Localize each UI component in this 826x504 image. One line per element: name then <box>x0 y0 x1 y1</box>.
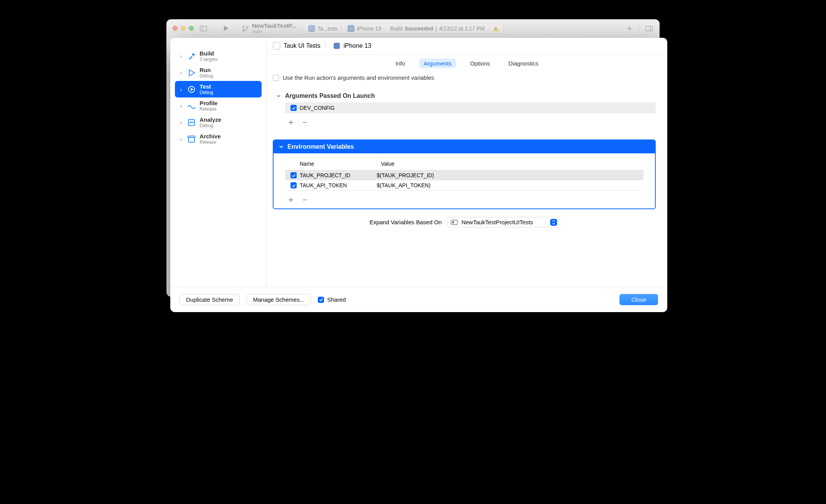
svg-rect-16 <box>188 136 195 138</box>
add-argument-button[interactable]: ＋ <box>287 118 295 126</box>
sidebar-item-run[interactable]: › Run Debug <box>175 64 262 81</box>
tab-diagnostics[interactable]: Diagnostics <box>504 59 543 68</box>
branch-icon <box>242 25 249 32</box>
chevron-down-icon <box>276 94 281 98</box>
svg-rect-17 <box>273 42 280 49</box>
device-icon <box>333 42 341 50</box>
hammer-icon <box>187 52 196 60</box>
up-down-chevron-icon <box>550 219 557 226</box>
add-button[interactable] <box>624 23 635 34</box>
tab-info[interactable]: Info <box>391 59 410 68</box>
tabs: Info Arguments Options Diagnostics <box>267 55 667 74</box>
chevron-right-icon: 〉 <box>340 25 345 32</box>
expand-vars-label: Expand Variables Based On <box>369 219 442 225</box>
svg-rect-7 <box>495 27 496 29</box>
crumb-device: iPhone 13 <box>344 42 371 49</box>
expand-target-value: NewTaukTestProjectUITests <box>462 219 533 225</box>
env-col-value: Value <box>381 161 641 167</box>
sidebar-item-label: Archive <box>200 133 221 139</box>
sidebar-toggle-button[interactable] <box>198 23 209 34</box>
disclosure-chevron-icon: › <box>179 119 183 126</box>
warning-icon[interactable] <box>492 25 499 32</box>
scheme-status-chip[interactable]: ⬚ Ta...ests 〉 ⌂ iPhone 13 Build Succeede… <box>304 24 504 34</box>
argument-enable-checkbox[interactable] <box>290 105 297 111</box>
sidebar-item-sub: 3 targets <box>200 57 218 62</box>
manage-schemes-button[interactable]: Manage Schemes... <box>247 294 311 305</box>
scheme-short-name: Ta...ests <box>317 25 337 32</box>
branch-name: main <box>252 29 296 34</box>
remove-env-button[interactable]: － <box>301 195 309 204</box>
use-run-args-label: Use the Run action's arguments and envir… <box>283 74 434 81</box>
section-env-label: Environment Variables <box>287 143 354 150</box>
project-title: NewTaukTestP... main <box>238 21 300 35</box>
sidebar-item-label: Run <box>200 67 213 73</box>
library-toggle-button[interactable] <box>643 23 655 34</box>
env-enable-checkbox[interactable] <box>290 172 297 178</box>
svg-rect-20 <box>452 221 454 223</box>
run-button[interactable] <box>217 23 234 34</box>
sidebar-item-sub: Debug <box>200 90 213 95</box>
use-run-args-checkbox[interactable] <box>273 75 279 81</box>
breadcrumb[interactable]: Tauk UI Tests 〉 iPhone 13 <box>267 38 667 55</box>
svg-rect-8 <box>495 30 496 30</box>
add-env-button[interactable]: ＋ <box>287 195 295 204</box>
sidebar-item-profile[interactable]: › Profile Release <box>175 97 262 114</box>
environment-variables-section: Environment Variables Name Value <box>273 139 656 209</box>
sidebar-item-analyze[interactable]: › Analyze Debug <box>175 114 262 131</box>
sidebar-item-sub: Release <box>200 139 221 145</box>
tab-arguments[interactable]: Arguments <box>419 59 457 68</box>
argument-value: DEV_CONFIG <box>300 105 653 111</box>
section-arguments-label: Arguments Passed On Launch <box>285 92 375 99</box>
sidebar-item-label: Test <box>200 83 213 90</box>
sidebar-item-label: Build <box>200 50 218 57</box>
target-icon <box>451 220 458 225</box>
minimize-window-button[interactable] <box>181 26 186 31</box>
svg-rect-18 <box>334 43 340 49</box>
svg-marker-11 <box>189 70 195 76</box>
remove-argument-button[interactable]: － <box>301 118 309 126</box>
env-enable-checkbox[interactable] <box>290 182 297 188</box>
table-row[interactable]: TAUK_API_TOKEN $(TAUK_API_TOKEN) <box>285 180 643 190</box>
svg-rect-0 <box>200 26 207 31</box>
section-arguments-header[interactable]: Arguments Passed On Launch <box>273 90 656 102</box>
svg-point-4 <box>243 29 244 31</box>
expand-target-select[interactable]: NewTaukTestProjectUITests <box>447 217 559 227</box>
shared-checkbox[interactable] <box>318 297 324 303</box>
device-icon: ⌂ <box>348 25 354 32</box>
svg-marker-2 <box>224 26 228 31</box>
shared-label: Shared <box>327 296 346 303</box>
zoom-window-button[interactable] <box>189 26 194 31</box>
sidebar-item-test[interactable]: › Test Debug <box>175 81 262 97</box>
table-row[interactable]: DEV_CONFIG <box>285 103 656 113</box>
env-name: TAUK_PROJECT_ID <box>300 172 377 178</box>
sidebar-item-sub: Debug <box>200 123 222 128</box>
titlebar: NewTaukTestP... main ⬚ Ta...ests 〉 ⌂ iPh… <box>166 19 660 38</box>
env-col-name: Name <box>300 161 377 167</box>
env-name: TAUK_API_TOKEN <box>300 182 377 188</box>
disclosure-chevron-icon: › <box>179 86 183 92</box>
scheme-sidebar: › Build 3 targets › Run <box>170 38 267 287</box>
sidebar-item-archive[interactable]: › Archive Release <box>175 131 262 147</box>
disclosure-chevron-icon: › <box>179 136 183 142</box>
chevron-right-icon: 〉 <box>324 42 330 50</box>
device-name: iPhone 13 <box>357 25 381 32</box>
wrench-icon <box>187 85 196 94</box>
arguments-table: DEV_CONFIG <box>285 102 656 113</box>
scheme-editor-sheet: › Build 3 targets › Run <box>170 38 667 312</box>
svg-rect-15 <box>188 138 195 142</box>
close-button[interactable]: Close <box>620 294 658 305</box>
crumb-scheme: Tauk UI Tests <box>284 42 321 49</box>
duplicate-scheme-button[interactable]: Duplicate Scheme <box>180 294 240 305</box>
sidebar-item-build[interactable]: › Build 3 targets <box>175 48 262 64</box>
disclosure-chevron-icon: › <box>179 102 183 109</box>
svg-point-3 <box>243 25 244 27</box>
tab-options[interactable]: Options <box>465 59 495 68</box>
sheet-footer: Duplicate Scheme Manage Schemes... Share… <box>170 287 667 312</box>
disclosure-chevron-icon: › <box>179 53 183 59</box>
env-value: $(TAUK_PROJECT_ID) <box>377 172 641 178</box>
close-window-button[interactable] <box>173 26 178 31</box>
section-env-header[interactable]: Environment Variables <box>274 140 655 153</box>
scheme-icon <box>273 42 280 50</box>
svg-rect-19 <box>451 220 457 225</box>
table-row[interactable]: TAUK_PROJECT_ID $(TAUK_PROJECT_ID) <box>285 170 643 180</box>
